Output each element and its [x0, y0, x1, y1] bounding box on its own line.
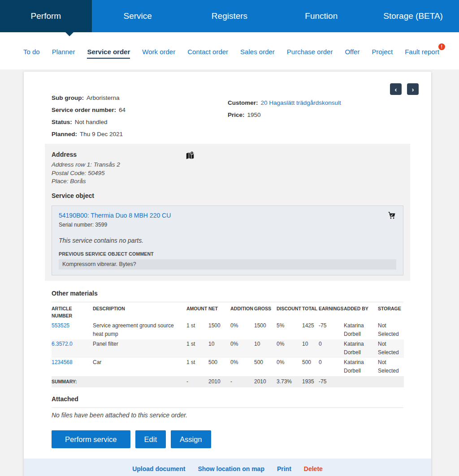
nav-tab-service[interactable]: Service: [92, 0, 184, 32]
address-title: Address: [52, 151, 403, 158]
subnav-item-work-order[interactable]: Work order: [142, 48, 175, 59]
next-order-button[interactable]: ›: [407, 83, 419, 95]
cell-storage: Not Selected: [378, 321, 404, 339]
cell-amount: 1 st: [186, 358, 208, 376]
col-earnings: EARNINGS: [319, 304, 344, 321]
table-row: 553525 Service agreement ground source h…: [52, 321, 404, 339]
field-label: Sub group:: [52, 94, 84, 101]
cell-net: 500: [208, 358, 230, 376]
assign-button[interactable]: Assign: [171, 430, 211, 448]
article-number-link[interactable]: 6.3572.0: [52, 339, 93, 358]
field-sub-group: Sub group:Arboristerna: [52, 94, 228, 102]
field-value: Not handled: [75, 119, 108, 125]
cell-added-by: Katarina Dorbell: [344, 339, 378, 358]
cell-discount: 0%: [277, 358, 302, 376]
address-postal-code: Postal Code: 50495: [52, 169, 403, 178]
customer-link[interactable]: 20 Hagaslätt trädgårdskonsult: [261, 99, 341, 106]
subnav-item-sales-order[interactable]: Sales order: [240, 48, 275, 59]
col-total: TOTAL: [302, 304, 319, 321]
cell-earnings: -75: [319, 321, 344, 339]
attached-empty-text: No files have been attached to this serv…: [52, 412, 403, 419]
upload-document-link[interactable]: Upload document: [132, 465, 185, 472]
cell-addition: 0%: [230, 358, 254, 376]
summary-gross: 2010: [254, 376, 277, 388]
subnav-item-purchase-order[interactable]: Purchase order: [287, 48, 333, 59]
table-row: 1234568 Car 1 st 500 0% 500 0% 500 0 Kat…: [52, 358, 404, 376]
service-object-card: 54190B00: Thermia Duo 8 MBH 220 CU Seria…: [52, 206, 403, 275]
materials-table: ARTICLE NUMBER DESCRIPTION AMOUNT NET AD…: [52, 304, 404, 388]
col-gross: GROSS: [254, 304, 277, 321]
show-location-on-map-link[interactable]: Show location on map: [198, 465, 264, 472]
table-row: 6.3572.0 Panel filter 1 st 10 0% 10 0% 1…: [52, 339, 404, 358]
cell-description: Service agreement ground source heat pum…: [93, 321, 186, 339]
card-content: ‹ › Sub group:Arboristerna Service order…: [24, 72, 431, 448]
cell-added-by: Katarina Dorbell: [344, 321, 378, 339]
subnav-item-planner[interactable]: Planner: [52, 48, 75, 59]
no-parts-text: This service contains no parts.: [59, 237, 396, 244]
nav-tab-function[interactable]: Function: [275, 0, 367, 32]
col-article-number: ARTICLE NUMBER: [52, 304, 93, 321]
cell-addition: 0%: [230, 321, 254, 339]
order-info-right: Customer:20 Hagaslätt trädgårdskonsult P…: [228, 94, 341, 143]
previous-comment-text: Kompressorn vibrerar. Bytes?: [59, 259, 396, 270]
cell-earnings: 0: [319, 339, 344, 358]
col-amount: AMOUNT: [186, 304, 208, 321]
previous-order-button[interactable]: ‹: [390, 83, 402, 95]
field-status: Status:Not handled: [52, 119, 228, 126]
card-footer: Upload document Show location on map Pri…: [24, 459, 431, 476]
field-value: Arboristerna: [87, 94, 120, 101]
cell-storage: Not Selected: [378, 358, 404, 376]
delete-link[interactable]: Delete: [304, 465, 323, 472]
divider: [52, 407, 403, 408]
cell-storage: Not Selected: [378, 339, 404, 358]
service-object-link[interactable]: 54190B00: Thermia Duo 8 MBH 220 CU: [59, 212, 396, 219]
col-net: NET: [208, 304, 230, 321]
col-added-by: ADDED BY: [344, 304, 378, 321]
order-info: Sub group:Arboristerna Service order num…: [52, 94, 403, 143]
col-discount: DISCOUNT: [277, 304, 302, 321]
map-icon[interactable]: [186, 151, 194, 162]
subnav-item-label: Fault report: [405, 48, 439, 56]
summary-discount: 3.73%: [277, 376, 302, 388]
address-and-service-object-section: Address Address row 1: Transås 2 Postal …: [45, 144, 410, 281]
order-info-left: Sub group:Arboristerna Service order num…: [52, 94, 228, 143]
edit-button[interactable]: Edit: [135, 430, 166, 448]
attached-title: Attached: [52, 395, 403, 403]
subnav-item-fault-report[interactable]: Fault report !: [405, 48, 439, 59]
nav-tab-storage[interactable]: Storage (BETA): [367, 0, 459, 32]
cell-description: Car: [93, 358, 186, 376]
subnav-item-contact-order[interactable]: Contact order: [187, 48, 228, 59]
cell-total: 1425: [302, 321, 319, 339]
divider: [52, 302, 403, 302]
article-number-link[interactable]: 553525: [52, 321, 93, 339]
summary-net: 2010: [208, 376, 230, 388]
cell-added-by: Katarina Dorbell: [344, 358, 378, 376]
cell-amount: 1 st: [186, 321, 208, 339]
summary-earnings: -75: [319, 376, 344, 388]
cell-net: 1500: [208, 321, 230, 339]
field-label: Status:: [52, 119, 72, 125]
address-row-1: Address row 1: Transås 2: [52, 161, 403, 169]
print-link[interactable]: Print: [277, 465, 291, 472]
previous-comment-label: PREVIOUS SERVICE OBJECT COMMENT: [59, 251, 396, 257]
field-label: Service order number:: [52, 107, 116, 113]
summary-empty-cell: [344, 376, 378, 388]
article-number-link[interactable]: 1234568: [52, 358, 93, 376]
summary-addition: -: [230, 376, 254, 388]
cell-total: 500: [302, 358, 319, 376]
nav-tab-registers[interactable]: Registers: [184, 0, 276, 32]
perform-service-button[interactable]: Perform service: [52, 430, 130, 448]
other-materials-title: Other materials: [52, 290, 403, 297]
field-service-order-number: Service order number:64: [52, 107, 228, 114]
cell-amount: 1 st: [186, 339, 208, 358]
nav-tab-perform[interactable]: Perform: [0, 0, 92, 32]
field-value: 1950: [247, 111, 261, 118]
subnav-item-to-do[interactable]: To do: [23, 48, 40, 59]
cell-total: 10: [302, 339, 319, 358]
cart-icon[interactable]: [388, 211, 396, 221]
subnav-item-project[interactable]: Project: [372, 48, 393, 59]
subnav-item-service-order[interactable]: Service order: [87, 48, 130, 59]
subnav-item-offer[interactable]: Offer: [345, 48, 359, 59]
field-planned: Planned:Thu 9 Dec 2021: [52, 131, 228, 138]
action-buttons: Perform service Edit Assign: [52, 430, 403, 448]
